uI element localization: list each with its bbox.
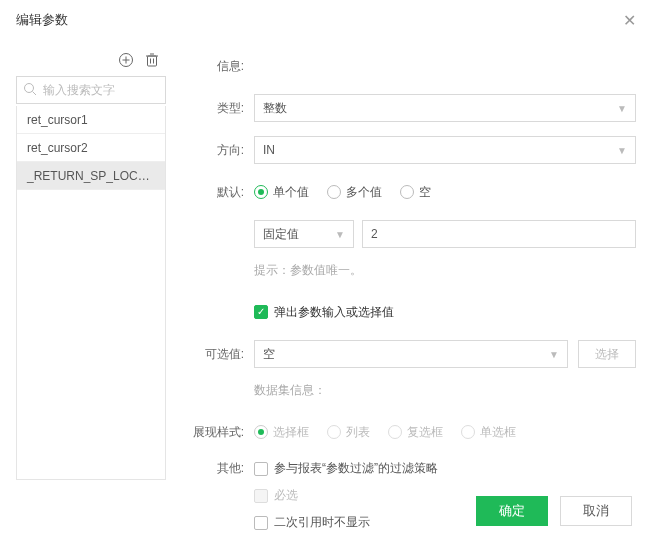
radio-empty[interactable]: 空 bbox=[400, 184, 431, 201]
optional-value: 空 bbox=[263, 346, 275, 363]
row-dataset-hint: 数据集信息： bbox=[254, 376, 636, 404]
row-display: 展现样式: 选择框 列表 复选框 单选框 bbox=[190, 418, 636, 446]
popup-checkbox[interactable] bbox=[254, 305, 268, 319]
label-other: 其他: bbox=[190, 460, 244, 477]
radio-selectbox: 选择框 bbox=[254, 424, 309, 441]
svg-rect-3 bbox=[148, 56, 157, 66]
default-value-input[interactable] bbox=[362, 220, 636, 248]
add-icon[interactable] bbox=[118, 52, 134, 68]
list-item[interactable]: _RETURN_SP_LOCATION_ bbox=[17, 162, 165, 190]
label-display: 展现样式: bbox=[190, 424, 244, 441]
type-select[interactable]: 整数 ▼ bbox=[254, 94, 636, 122]
ok-button[interactable]: 确定 bbox=[476, 496, 548, 526]
chevron-down-icon: ▼ bbox=[617, 145, 627, 156]
direction-select[interactable]: IN ▼ bbox=[254, 136, 636, 164]
dialog-footer: 确定 取消 bbox=[0, 483, 652, 539]
cancel-button[interactable]: 取消 bbox=[560, 496, 632, 526]
other-opt1-row: 参与报表“参数过滤”的过滤策略 bbox=[254, 460, 438, 477]
dataset-hint: 数据集信息： bbox=[254, 382, 326, 399]
radio-multi[interactable]: 多个值 bbox=[327, 184, 382, 201]
default-mode-value: 固定值 bbox=[263, 226, 299, 243]
label-direction: 方向: bbox=[190, 142, 244, 159]
parameter-list-panel: ret_cursor1 ret_cursor2 _RETURN_SP_LOCAT… bbox=[16, 48, 166, 480]
radio-single[interactable]: 单个值 bbox=[254, 184, 309, 201]
default-mode-select[interactable]: 固定值 ▼ bbox=[254, 220, 354, 248]
chevron-down-icon: ▼ bbox=[335, 229, 345, 240]
label-optional: 可选值: bbox=[190, 346, 244, 363]
label-type: 类型: bbox=[190, 100, 244, 117]
search-input[interactable] bbox=[16, 76, 166, 104]
row-direction: 方向: IN ▼ bbox=[190, 136, 636, 164]
row-info: 信息: bbox=[190, 52, 636, 80]
list-item[interactable]: ret_cursor2 bbox=[17, 134, 165, 162]
parameter-list: ret_cursor1 ret_cursor2 _RETURN_SP_LOCAT… bbox=[16, 106, 166, 480]
row-default-hint: 提示：参数值唯一。 bbox=[254, 256, 636, 284]
svg-line-9 bbox=[33, 92, 37, 96]
row-optional: 可选值: 空 ▼ 选择 bbox=[190, 340, 636, 368]
radio-list: 列表 bbox=[327, 424, 370, 441]
default-radio-group: 单个值 多个值 空 bbox=[254, 184, 431, 201]
direction-value: IN bbox=[263, 143, 275, 157]
list-item[interactable]: ret_cursor1 bbox=[17, 106, 165, 134]
dialog-header: 编辑参数 ✕ bbox=[0, 0, 652, 40]
chevron-down-icon: ▼ bbox=[617, 103, 627, 114]
display-radio-group: 选择框 列表 复选框 单选框 bbox=[254, 424, 516, 441]
other-opt1-label: 参与报表“参数过滤”的过滤策略 bbox=[274, 460, 438, 477]
edit-parameter-dialog: { "header": { "title": "编辑参数" }, "sideba… bbox=[0, 0, 652, 539]
close-icon[interactable]: ✕ bbox=[623, 11, 636, 30]
chevron-down-icon: ▼ bbox=[549, 349, 559, 360]
form-panel: 信息: 类型: 整数 ▼ 方向: IN ▼ 默认: 单个值 bbox=[190, 48, 636, 480]
row-default-value: 固定值 ▼ bbox=[254, 220, 636, 248]
row-default: 默认: 单个值 多个值 空 bbox=[190, 178, 636, 206]
optional-select[interactable]: 空 ▼ bbox=[254, 340, 568, 368]
popup-label: 弹出参数输入或选择值 bbox=[274, 304, 394, 321]
radio-checkbox: 复选框 bbox=[388, 424, 443, 441]
svg-point-8 bbox=[25, 84, 34, 93]
dialog-title: 编辑参数 bbox=[16, 11, 68, 29]
select-button[interactable]: 选择 bbox=[578, 340, 636, 368]
radio-radio: 单选框 bbox=[461, 424, 516, 441]
row-popup: 弹出参数输入或选择值 bbox=[254, 298, 636, 326]
type-value: 整数 bbox=[263, 100, 287, 117]
dialog-body: ret_cursor1 ret_cursor2 _RETURN_SP_LOCAT… bbox=[0, 40, 652, 480]
label-info: 信息: bbox=[190, 58, 244, 75]
label-default: 默认: bbox=[190, 184, 244, 201]
list-toolbar bbox=[16, 48, 166, 76]
other-opt1-checkbox[interactable] bbox=[254, 462, 268, 476]
search-icon bbox=[23, 82, 37, 99]
default-hint: 提示：参数值唯一。 bbox=[254, 262, 362, 279]
row-type: 类型: 整数 ▼ bbox=[190, 94, 636, 122]
search-wrap bbox=[16, 76, 166, 104]
delete-icon[interactable] bbox=[144, 52, 160, 68]
